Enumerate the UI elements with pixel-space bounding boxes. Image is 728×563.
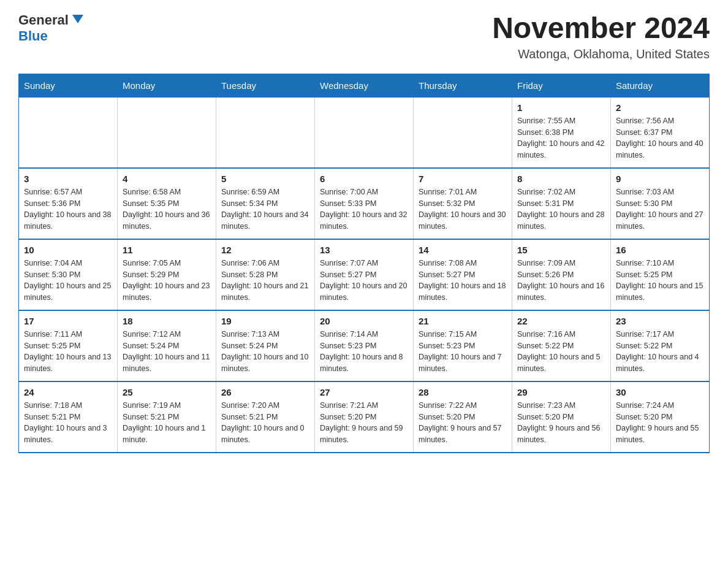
day-detail: Sunrise: 7:24 AMSunset: 5:20 PMDaylight:… [616, 400, 704, 446]
logo-triangle-icon [72, 15, 83, 23]
calendar-cell: 23Sunrise: 7:17 AMSunset: 5:22 PMDayligh… [611, 310, 710, 381]
calendar-cell: 13Sunrise: 7:07 AMSunset: 5:27 PMDayligh… [315, 239, 414, 310]
calendar-cell: 20Sunrise: 7:14 AMSunset: 5:23 PMDayligh… [315, 310, 414, 381]
day-number: 17 [24, 316, 112, 326]
days-of-week-row: Sunday Monday Tuesday Wednesday Thursday… [19, 74, 710, 97]
calendar-cell: 18Sunrise: 7:12 AMSunset: 5:24 PMDayligh… [118, 310, 216, 381]
day-number: 9 [616, 174, 704, 184]
logo-general-text: General [18, 12, 69, 28]
day-number: 8 [517, 174, 605, 184]
calendar-cell: 14Sunrise: 7:08 AMSunset: 5:27 PMDayligh… [414, 239, 512, 310]
calendar-title: November 2024 [492, 12, 710, 45]
day-detail: Sunrise: 7:03 AMSunset: 5:30 PMDaylight:… [616, 186, 704, 232]
day-detail: Sunrise: 7:12 AMSunset: 5:24 PMDaylight:… [123, 329, 211, 375]
col-thursday: Thursday [414, 74, 512, 97]
day-detail: Sunrise: 7:22 AMSunset: 5:20 PMDaylight:… [419, 400, 507, 446]
calendar-cell [414, 97, 512, 168]
day-number: 5 [221, 174, 309, 184]
calendar-week-row: 3Sunrise: 6:57 AMSunset: 5:36 PMDaylight… [19, 168, 710, 239]
day-detail: Sunrise: 7:06 AMSunset: 5:28 PMDaylight:… [221, 258, 309, 304]
day-detail: Sunrise: 7:08 AMSunset: 5:27 PMDaylight:… [419, 258, 507, 304]
day-detail: Sunrise: 7:09 AMSunset: 5:26 PMDaylight:… [517, 258, 605, 304]
day-detail: Sunrise: 6:57 AMSunset: 5:36 PMDaylight:… [24, 186, 112, 232]
day-detail: Sunrise: 7:15 AMSunset: 5:23 PMDaylight:… [419, 329, 507, 375]
logo: General Blue [18, 12, 83, 44]
day-detail: Sunrise: 7:04 AMSunset: 5:30 PMDaylight:… [24, 258, 112, 304]
calendar-cell: 3Sunrise: 6:57 AMSunset: 5:36 PMDaylight… [19, 168, 118, 239]
calendar-cell: 21Sunrise: 7:15 AMSunset: 5:23 PMDayligh… [414, 310, 512, 381]
calendar-cell: 30Sunrise: 7:24 AMSunset: 5:20 PMDayligh… [611, 381, 710, 453]
day-number: 2 [616, 102, 704, 113]
day-number: 23 [616, 316, 704, 326]
calendar-week-row: 17Sunrise: 7:11 AMSunset: 5:25 PMDayligh… [19, 310, 710, 381]
day-number: 20 [320, 316, 408, 326]
day-number: 21 [419, 316, 507, 326]
col-wednesday: Wednesday [315, 74, 414, 97]
calendar-body: 1Sunrise: 7:55 AMSunset: 6:38 PMDaylight… [19, 97, 710, 453]
day-detail: Sunrise: 7:23 AMSunset: 5:20 PMDaylight:… [517, 400, 605, 446]
calendar-cell [315, 97, 414, 168]
calendar-cell: 27Sunrise: 7:21 AMSunset: 5:20 PMDayligh… [315, 381, 414, 453]
day-detail: Sunrise: 7:16 AMSunset: 5:22 PMDaylight:… [517, 329, 605, 375]
calendar-cell: 19Sunrise: 7:13 AMSunset: 5:24 PMDayligh… [216, 310, 315, 381]
col-monday: Monday [118, 74, 216, 97]
day-detail: Sunrise: 7:56 AMSunset: 6:37 PMDaylight:… [616, 115, 704, 161]
calendar-cell: 12Sunrise: 7:06 AMSunset: 5:28 PMDayligh… [216, 239, 315, 310]
day-number: 7 [419, 174, 507, 184]
col-sunday: Sunday [19, 74, 118, 97]
day-detail: Sunrise: 7:14 AMSunset: 5:23 PMDaylight:… [320, 329, 408, 375]
calendar-subtitle: Watonga, Oklahoma, United States [492, 47, 710, 61]
day-number: 28 [419, 387, 507, 397]
day-number: 24 [24, 387, 112, 397]
day-detail: Sunrise: 7:19 AMSunset: 5:21 PMDaylight:… [123, 400, 211, 446]
day-number: 18 [123, 316, 211, 326]
logo-blue-text: Blue [18, 28, 48, 44]
day-number: 4 [123, 174, 211, 184]
day-detail: Sunrise: 6:58 AMSunset: 5:35 PMDaylight:… [123, 186, 211, 232]
day-detail: Sunrise: 7:00 AMSunset: 5:33 PMDaylight:… [320, 186, 408, 232]
day-number: 22 [517, 316, 605, 326]
day-detail: Sunrise: 7:07 AMSunset: 5:27 PMDaylight:… [320, 258, 408, 304]
day-number: 1 [517, 102, 605, 113]
calendar-cell: 24Sunrise: 7:18 AMSunset: 5:21 PMDayligh… [19, 381, 118, 453]
calendar-cell: 6Sunrise: 7:00 AMSunset: 5:33 PMDaylight… [315, 168, 414, 239]
calendar-cell: 17Sunrise: 7:11 AMSunset: 5:25 PMDayligh… [19, 310, 118, 381]
day-number: 10 [24, 245, 112, 255]
day-detail: Sunrise: 7:10 AMSunset: 5:25 PMDaylight:… [616, 258, 704, 304]
day-detail: Sunrise: 7:21 AMSunset: 5:20 PMDaylight:… [320, 400, 408, 446]
calendar-week-row: 24Sunrise: 7:18 AMSunset: 5:21 PMDayligh… [19, 381, 710, 453]
day-detail: Sunrise: 7:02 AMSunset: 5:31 PMDaylight:… [517, 186, 605, 232]
day-number: 30 [616, 387, 704, 397]
day-number: 6 [320, 174, 408, 184]
day-detail: Sunrise: 7:13 AMSunset: 5:24 PMDaylight:… [221, 329, 309, 375]
calendar-cell: 22Sunrise: 7:16 AMSunset: 5:22 PMDayligh… [512, 310, 611, 381]
col-saturday: Saturday [611, 74, 710, 97]
calendar-cell: 9Sunrise: 7:03 AMSunset: 5:30 PMDaylight… [611, 168, 710, 239]
col-tuesday: Tuesday [216, 74, 315, 97]
calendar-cell [118, 97, 216, 168]
day-detail: Sunrise: 7:01 AMSunset: 5:32 PMDaylight:… [419, 186, 507, 232]
page-header: General Blue November 2024 Watonga, Okla… [18, 12, 710, 61]
calendar-header: Sunday Monday Tuesday Wednesday Thursday… [19, 74, 710, 97]
calendar-cell: 8Sunrise: 7:02 AMSunset: 5:31 PMDaylight… [512, 168, 611, 239]
day-number: 26 [221, 387, 309, 397]
day-number: 29 [517, 387, 605, 397]
day-number: 27 [320, 387, 408, 397]
calendar-cell: 28Sunrise: 7:22 AMSunset: 5:20 PMDayligh… [414, 381, 512, 453]
day-number: 14 [419, 245, 507, 255]
day-detail: Sunrise: 7:18 AMSunset: 5:21 PMDaylight:… [24, 400, 112, 446]
calendar-cell: 25Sunrise: 7:19 AMSunset: 5:21 PMDayligh… [118, 381, 216, 453]
calendar-cell [19, 97, 118, 168]
day-number: 15 [517, 245, 605, 255]
calendar-cell: 4Sunrise: 6:58 AMSunset: 5:35 PMDaylight… [118, 168, 216, 239]
day-detail: Sunrise: 6:59 AMSunset: 5:34 PMDaylight:… [221, 186, 309, 232]
calendar-cell: 15Sunrise: 7:09 AMSunset: 5:26 PMDayligh… [512, 239, 611, 310]
day-detail: Sunrise: 7:17 AMSunset: 5:22 PMDaylight:… [616, 329, 704, 375]
title-block: November 2024 Watonga, Oklahoma, United … [492, 12, 710, 61]
calendar-cell: 1Sunrise: 7:55 AMSunset: 6:38 PMDaylight… [512, 97, 611, 168]
calendar-cell: 11Sunrise: 7:05 AMSunset: 5:29 PMDayligh… [118, 239, 216, 310]
day-number: 3 [24, 174, 112, 184]
calendar-week-row: 1Sunrise: 7:55 AMSunset: 6:38 PMDaylight… [19, 97, 710, 168]
calendar-cell: 10Sunrise: 7:04 AMSunset: 5:30 PMDayligh… [19, 239, 118, 310]
calendar-week-row: 10Sunrise: 7:04 AMSunset: 5:30 PMDayligh… [19, 239, 710, 310]
